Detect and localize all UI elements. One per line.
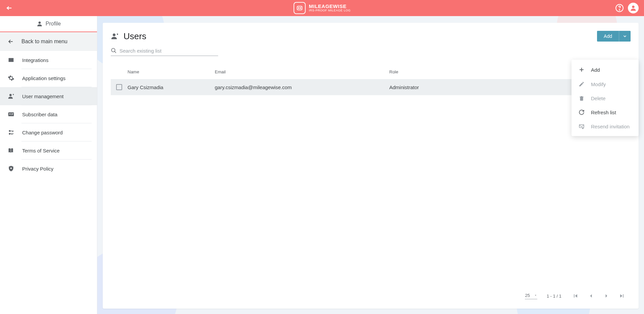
search-input[interactable] bbox=[119, 48, 218, 54]
back-label: Back to main menu bbox=[21, 39, 67, 45]
refresh-icon bbox=[578, 109, 585, 115]
menu-label: Delete bbox=[591, 96, 605, 101]
users-table: Name Email Role Gary Csizmadia gary.csiz… bbox=[103, 57, 639, 286]
menu-label: Modify bbox=[591, 81, 606, 87]
menu-label: Refresh list bbox=[591, 110, 616, 115]
table-header: Name Email Role bbox=[111, 67, 631, 79]
cell-email: gary.csizmadia@mileagewise.com bbox=[215, 84, 389, 90]
svg-point-26 bbox=[111, 48, 115, 52]
help-icon[interactable] bbox=[615, 4, 624, 12]
svg-point-6 bbox=[38, 21, 41, 24]
svg-rect-16 bbox=[11, 114, 13, 115]
profile-header: Profile bbox=[0, 16, 97, 32]
users-card: Users Add Name Ema bbox=[103, 23, 639, 309]
svg-rect-8 bbox=[8, 59, 9, 60]
first-page-button[interactable] bbox=[571, 291, 580, 301]
menu-resend-invitation: Resend invitation bbox=[572, 119, 639, 133]
profile-label: Profile bbox=[46, 21, 61, 27]
svg-rect-7 bbox=[9, 58, 14, 62]
svg-point-12 bbox=[9, 94, 12, 96]
sidebar-item-label: Privacy Policy bbox=[22, 166, 53, 172]
pencil-icon bbox=[578, 81, 585, 87]
collapse-sidebar-icon[interactable] bbox=[5, 4, 13, 12]
logo-icon bbox=[293, 2, 305, 14]
shield-icon bbox=[7, 165, 15, 172]
dropdown-arrow-icon bbox=[534, 294, 537, 297]
app-header: MILEAGEWISE IRS-PROOF MILEAGE LOG bbox=[0, 0, 644, 16]
page-title: Users bbox=[123, 31, 146, 42]
sidebar-item-label: Subscriber data bbox=[22, 112, 57, 117]
menu-refresh[interactable]: Refresh list bbox=[572, 105, 639, 119]
sidebar-item-privacy-policy[interactable]: Privacy Policy bbox=[0, 160, 97, 178]
actions-dropdown: Add Modify Delete Refresh list Resend in… bbox=[572, 60, 639, 136]
account-icon[interactable] bbox=[628, 3, 639, 13]
sidebar-item-label: Terms of Service bbox=[22, 148, 60, 153]
page-size-select[interactable]: 25 bbox=[525, 293, 537, 299]
table-row[interactable]: Gary Csizmadia gary.csizmadia@mileagewis… bbox=[111, 79, 631, 95]
gear-icon bbox=[7, 75, 15, 81]
menu-modify: Modify bbox=[572, 77, 639, 91]
chevron-down-icon bbox=[623, 34, 627, 39]
add-button[interactable]: Add bbox=[597, 31, 619, 42]
last-page-button[interactable] bbox=[617, 291, 627, 301]
svg-rect-0 bbox=[297, 6, 302, 10]
search-icon bbox=[111, 48, 117, 54]
brand-name: MILEAGEWISE bbox=[309, 4, 351, 9]
svg-point-14 bbox=[9, 114, 10, 115]
sidebar-item-label: Application settings bbox=[22, 75, 65, 81]
svg-rect-13 bbox=[8, 112, 14, 116]
plus-icon bbox=[578, 66, 585, 73]
svg-point-1 bbox=[298, 8, 299, 9]
svg-rect-22 bbox=[12, 133, 12, 135]
arrow-left-icon bbox=[7, 38, 14, 45]
svg-rect-18 bbox=[10, 131, 14, 131]
svg-point-2 bbox=[300, 8, 301, 9]
key-icon bbox=[7, 129, 15, 136]
svg-rect-9 bbox=[8, 60, 9, 61]
menu-label: Add bbox=[591, 67, 600, 73]
prev-page-button[interactable] bbox=[586, 291, 596, 301]
search-field[interactable] bbox=[111, 48, 218, 56]
person-icon bbox=[36, 20, 43, 27]
menu-delete: Delete bbox=[572, 91, 639, 105]
main-content: Users Add Name Ema bbox=[97, 16, 644, 314]
sidebar: Profile Back to main menu Integrations A… bbox=[0, 16, 97, 314]
column-name[interactable]: Name bbox=[128, 69, 215, 74]
back-to-main-menu[interactable]: Back to main menu bbox=[0, 32, 97, 51]
next-page-button[interactable] bbox=[602, 291, 611, 301]
add-button-group: Add bbox=[597, 31, 631, 42]
mail-send-icon bbox=[578, 123, 585, 129]
integrations-icon bbox=[7, 57, 15, 63]
sidebar-item-subscriber-data[interactable]: Subscriber data bbox=[0, 105, 97, 123]
sidebar-item-terms-of-service[interactable]: Terms of Service bbox=[0, 141, 97, 160]
sidebar-item-integrations[interactable]: Integrations bbox=[0, 51, 97, 69]
id-card-icon bbox=[7, 111, 15, 118]
svg-point-24 bbox=[10, 168, 12, 169]
sidebar-item-change-password[interactable]: Change password bbox=[0, 123, 97, 141]
row-checkbox[interactable] bbox=[116, 84, 122, 90]
sidebar-item-application-settings[interactable]: Application settings bbox=[0, 69, 97, 87]
cell-name: Gary Csizmadia bbox=[128, 84, 215, 90]
brand-text: MILEAGEWISE IRS-PROOF MILEAGE LOG bbox=[309, 4, 351, 12]
svg-rect-19 bbox=[12, 131, 13, 132]
book-icon bbox=[7, 147, 15, 154]
svg-rect-11 bbox=[14, 60, 14, 61]
page-size-value: 25 bbox=[525, 293, 530, 298]
svg-rect-27 bbox=[579, 125, 584, 128]
pagination: 25 1 - 1 / 1 bbox=[103, 286, 639, 309]
trash-icon bbox=[578, 95, 585, 101]
menu-add[interactable]: Add bbox=[572, 62, 639, 77]
add-button-dropdown[interactable] bbox=[619, 31, 631, 42]
brand-tagline: IRS-PROOF MILEAGE LOG bbox=[309, 9, 351, 12]
sidebar-item-label: Change password bbox=[22, 130, 63, 135]
column-email[interactable]: Email bbox=[215, 69, 389, 74]
sidebar-item-label: User management bbox=[22, 93, 63, 99]
brand-logo[interactable]: MILEAGEWISE IRS-PROOF MILEAGE LOG bbox=[293, 2, 351, 14]
menu-label: Resend invitation bbox=[591, 124, 630, 129]
sidebar-item-label: Integrations bbox=[22, 57, 48, 63]
svg-point-25 bbox=[113, 34, 115, 36]
user-manage-icon bbox=[7, 93, 15, 100]
svg-rect-10 bbox=[14, 59, 14, 60]
svg-rect-15 bbox=[11, 114, 13, 114]
sidebar-item-user-management[interactable]: User management bbox=[0, 87, 97, 105]
